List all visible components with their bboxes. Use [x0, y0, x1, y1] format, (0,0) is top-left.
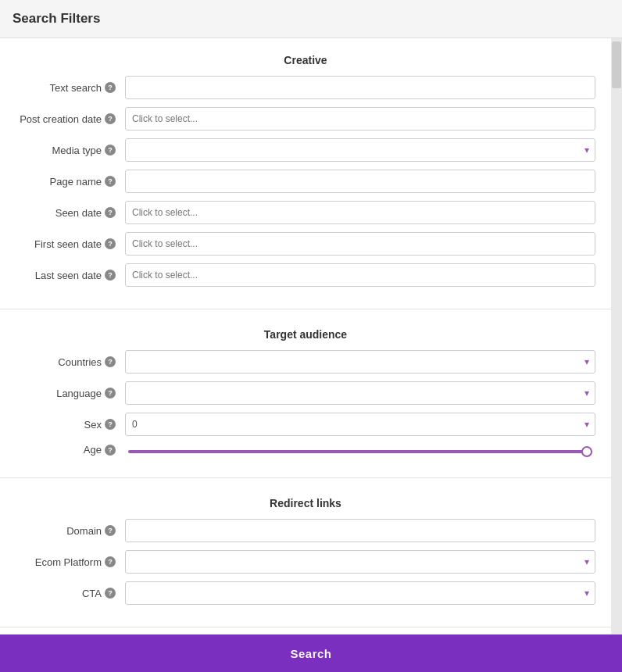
cta-help-icon[interactable]: ?: [105, 588, 116, 599]
last-seen-date-row: Last seen date ?: [16, 263, 595, 287]
first-seen-date-row: First seen date ?: [16, 232, 595, 256]
divider-3: [0, 627, 611, 627]
language-select[interactable]: [125, 381, 595, 405]
media-type-select[interactable]: [125, 138, 595, 162]
divider-1: [0, 309, 611, 309]
age-row: Age ?: [16, 444, 595, 456]
page-name-help-icon[interactable]: ?: [105, 176, 116, 187]
creative-section: Creative Text search ? Post creation dat…: [0, 38, 611, 306]
seen-date-help-icon[interactable]: ?: [105, 207, 116, 218]
ecom-platform-row: Ecom Platform ? ▾: [16, 550, 595, 574]
post-creation-date-input[interactable]: [125, 107, 595, 130]
scrollbar-track[interactable]: [611, 38, 622, 634]
text-search-input[interactable]: [125, 76, 595, 99]
post-creation-date-help-icon[interactable]: ?: [105, 113, 116, 124]
first-seen-date-input[interactable]: [125, 232, 595, 256]
ecom-platform-select[interactable]: [125, 550, 595, 574]
domain-label: Domain ?: [16, 525, 125, 537]
sex-row: Sex ? 0 ▾: [16, 413, 595, 436]
page-name-input[interactable]: [125, 170, 595, 193]
cta-select-wrapper: ▾: [125, 581, 595, 605]
text-search-label: Text search ?: [16, 82, 125, 94]
countries-select[interactable]: [125, 350, 595, 374]
search-button[interactable]: Search: [0, 634, 622, 672]
text-search-row: Text search ?: [16, 76, 595, 99]
cta-select[interactable]: [125, 581, 595, 605]
ecom-platform-help-icon[interactable]: ?: [105, 556, 116, 567]
age-help-icon[interactable]: ?: [105, 445, 116, 456]
sex-label: Sex ?: [16, 419, 125, 431]
text-search-help-icon[interactable]: ?: [105, 82, 116, 93]
domain-help-icon[interactable]: ?: [105, 525, 116, 536]
countries-row: Countries ? ▾: [16, 350, 595, 374]
post-creation-date-label: Post creation date ?: [16, 113, 125, 125]
first-seen-date-help-icon[interactable]: ?: [105, 238, 116, 249]
domain-input[interactable]: [125, 519, 595, 542]
last-seen-date-help-icon[interactable]: ?: [105, 270, 116, 281]
target-audience-section: Target audience Countries ? ▾ Language ?: [0, 313, 611, 474]
page-name-label: Page name ?: [16, 176, 125, 188]
media-type-label: Media type ?: [16, 145, 125, 156]
post-creation-date-row: Post creation date ?: [16, 107, 595, 130]
seen-date-input[interactable]: [125, 201, 595, 224]
seen-date-label: Seen date ?: [16, 207, 125, 219]
age-label: Age ?: [16, 444, 125, 456]
domain-row: Domain ?: [16, 519, 595, 542]
page-header: Search Filters: [0, 0, 622, 38]
sex-select[interactable]: 0: [125, 413, 595, 436]
countries-select-wrapper: ▾: [125, 350, 595, 374]
seen-date-row: Seen date ?: [16, 201, 595, 224]
media-type-row: Media type ? ▾: [16, 138, 595, 162]
page-name-row: Page name ?: [16, 170, 595, 193]
scrollbar-thumb[interactable]: [612, 41, 621, 88]
countries-help-icon[interactable]: ?: [105, 356, 116, 367]
media-type-select-wrapper: ▾: [125, 138, 595, 162]
redirect-links-section-title: Redirect links: [16, 489, 595, 519]
sex-select-wrapper: 0 ▾: [125, 413, 595, 436]
countries-label: Countries ?: [16, 356, 125, 368]
target-audience-section-title: Target audience: [16, 320, 595, 350]
language-help-icon[interactable]: ?: [105, 388, 116, 399]
age-slider-container: [125, 444, 595, 456]
ecom-platform-label: Ecom Platform ?: [16, 556, 125, 568]
language-label: Language ?: [16, 388, 125, 399]
last-seen-date-input[interactable]: [125, 263, 595, 287]
media-type-help-icon[interactable]: ?: [105, 145, 116, 155]
sex-help-icon[interactable]: ?: [105, 419, 116, 430]
ecom-platform-select-wrapper: ▾: [125, 550, 595, 574]
creative-section-title: Creative: [16, 46, 595, 76]
language-row: Language ? ▾: [16, 381, 595, 405]
cta-label: CTA ?: [16, 588, 125, 599]
filters-panel: Creative Text search ? Post creation dat…: [0, 38, 611, 634]
redirect-links-section: Redirect links Domain ? Ecom Platform ?: [0, 481, 611, 624]
cta-row: CTA ? ▾: [16, 581, 595, 605]
first-seen-date-label: First seen date ?: [16, 238, 125, 250]
last-seen-date-label: Last seen date ?: [16, 270, 125, 281]
divider-2: [0, 477, 611, 478]
age-slider[interactable]: [128, 450, 592, 453]
language-select-wrapper: ▾: [125, 381, 595, 405]
page-title: Search Filters: [13, 11, 609, 27]
